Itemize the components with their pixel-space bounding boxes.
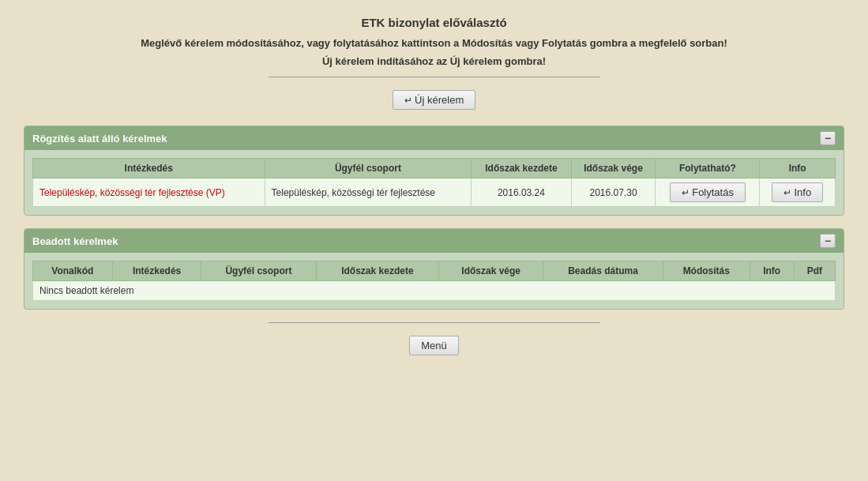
beadott-header-row: Vonalkód Intézkedés Ügyfél csoport Idősz… xyxy=(33,261,836,281)
folytat-button[interactable]: Folytatás xyxy=(670,182,746,202)
col-idoszak-kezdeteB: Időszak kezdete xyxy=(316,261,439,281)
col-ugyfelB: Ügyfél csoport xyxy=(201,261,316,281)
col-intezkedesR: Intézkedés xyxy=(33,159,265,178)
col-intezkedesB: Intézkedés xyxy=(112,261,201,281)
page-title: ETK bizonylat előválasztó xyxy=(24,16,844,29)
col-idoszak-kezdeteR: Időszak kezdete xyxy=(472,159,571,178)
folytat-cell: Folytatás xyxy=(656,178,760,207)
empty-message: Nincs beadott kérelem xyxy=(33,281,836,301)
section-rogzites: Rögzítés alatt álló kérelmek − Intézkedé… xyxy=(24,126,844,216)
infoR-button[interactable]: Info xyxy=(772,182,823,202)
col-idoszak-vegeB: Időszak vége xyxy=(439,261,543,281)
rogzites-table: Intézkedés Ügyfél csoport Időszak kezdet… xyxy=(32,158,836,207)
top-divider xyxy=(269,77,600,77)
section-beadott-title: Beadott kérelmek xyxy=(32,235,118,247)
page-subtitle2: Új kérelem indításához az Új kérelem gom… xyxy=(24,55,844,67)
infoR-cell: Info xyxy=(760,178,836,207)
idoszak-vegeR-cell: 2016.07.30 xyxy=(571,178,656,207)
table-row: Településkép, közösségi tér fejlesztése … xyxy=(33,178,836,207)
section-rogzites-body: Intézkedés Ügyfél csoport Időszak kezdet… xyxy=(24,150,844,215)
new-request-button[interactable]: Új kérelem xyxy=(393,90,475,110)
section-rogzites-title: Rögzítés alatt álló kérelmek xyxy=(32,133,167,145)
col-beadas-datuma: Beadás dátuma xyxy=(543,261,663,281)
col-vonalkod: Vonalkód xyxy=(33,261,113,281)
page-subtitle: Meglévő kérelem módosításához, vagy foly… xyxy=(24,37,844,49)
section-rogzites-header: Rögzítés alatt álló kérelmek − xyxy=(24,126,844,150)
section-beadott-header: Beadott kérelmek − xyxy=(24,229,844,253)
section-beadott-body: Vonalkód Intézkedés Ügyfél csoport Idősz… xyxy=(24,253,844,309)
footer-divider xyxy=(269,322,600,323)
col-folytathatoR: Folytatható? xyxy=(656,159,760,178)
col-idoszak-vegeR: Időszak vége xyxy=(571,159,656,178)
idoszak-kezdeteR-cell: 2016.03.24 xyxy=(472,178,571,207)
col-infoR: Info xyxy=(760,159,836,178)
intezkedesR-cell: Településkép, közösségi tér fejlesztése … xyxy=(33,178,265,207)
empty-row: Nincs beadott kérelem xyxy=(33,281,836,301)
menu-button[interactable]: Menü xyxy=(409,336,459,355)
beadott-table: Vonalkód Intézkedés Ügyfél csoport Idősz… xyxy=(32,261,836,301)
section-beadott-collapse[interactable]: − xyxy=(820,234,836,248)
ugyfelR-cell: Településkép, közösségi tér fejlesztése xyxy=(265,178,472,207)
col-pdf: Pdf xyxy=(794,261,835,281)
rogzites-header-row: Intézkedés Ügyfél csoport Időszak kezdet… xyxy=(33,159,836,178)
col-ugyfelR: Ügyfél csoport xyxy=(265,159,472,178)
section-beadott: Beadott kérelmek − Vonalkód Intézkedés Ü… xyxy=(24,228,844,310)
section-rogzites-collapse[interactable]: − xyxy=(820,131,836,145)
col-modositas: Módosítás xyxy=(663,261,750,281)
col-infoB: Info xyxy=(750,261,794,281)
